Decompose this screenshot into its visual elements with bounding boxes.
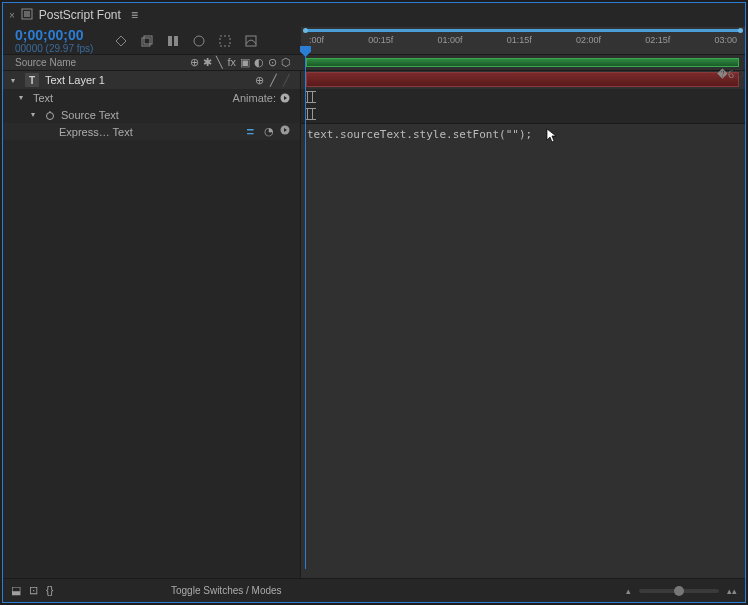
layer-bar-row[interactable] [301,71,745,89]
property-label[interactable]: Source Text [61,109,119,121]
mouse-cursor-icon [546,128,558,144]
playhead[interactable] [305,51,306,569]
timeline-area: text.sourceText.style.setFont(""); [301,71,745,578]
twirl-icon[interactable]: ▾ [11,76,19,85]
graph-editor-icon[interactable] [243,33,259,49]
property-label[interactable]: Express… Text [59,126,133,138]
column-headers: Source Name ⊕✱╲fx▣◐⊙⬡ [3,55,745,71]
svg-point-7 [194,36,204,46]
property-row[interactable]: ▾ Source Text [3,106,300,123]
transfer-controls-icon[interactable]: ⬓ [11,584,21,597]
svg-point-12 [47,112,54,119]
expression-code[interactable]: text.sourceText.style.setFont(""); [307,128,532,141]
ruler-mark: 00:15f [368,35,393,45]
ruler-mark: 01:15f [507,35,532,45]
text-layer-icon: T [25,73,39,87]
svg-rect-1 [24,11,30,17]
ruler-mark: :00f [309,35,324,45]
work-area-bar[interactable] [306,58,739,67]
stopwatch-icon[interactable] [45,110,55,120]
svg-marker-2 [116,36,126,46]
layer-switches[interactable]: ⊕╱╱ [255,74,290,87]
keyframe-ibeam-icon [307,91,313,103]
tab-title[interactable]: PostScript Font [39,8,121,22]
footer-bar: ⬓ ⊡ {} Toggle Switches / Modes ▴ ▴▴ [3,578,745,602]
ruler-mark: 01:00f [437,35,462,45]
zoom-in-icon[interactable]: ▴▴ [727,586,737,596]
twirl-icon[interactable]: ▾ [31,110,39,119]
render-queue-icon[interactable]: ⊡ [29,584,38,597]
expression-graph-icon[interactable]: ◔ [264,125,274,138]
svg-rect-3 [142,38,150,46]
animate-button[interactable]: Animate: [233,92,290,104]
comp-icon [21,8,33,22]
frame-blend-icon[interactable] [191,33,207,49]
draft3d-icon[interactable] [139,33,155,49]
layer-name[interactable]: Text Layer 1 [45,74,105,86]
svg-rect-6 [174,36,178,46]
twirl-icon[interactable]: ▾ [19,93,27,102]
layer-list: ▾ T Text Layer 1 ⊕╱╱ ▾ Text Animate: ▾ S… [3,71,301,578]
zoom-slider[interactable] [639,589,719,593]
layer-duration-bar[interactable] [306,72,739,87]
tab-bar: × PostScript Font ≡ [3,3,745,27]
toggle-switches-button[interactable]: Toggle Switches / Modes [171,585,282,596]
expression-row[interactable]: Express… Text = ◔ [3,123,300,140]
expression-enable-icon[interactable]: = [246,124,254,139]
keyframe-ibeam-icon [307,108,313,120]
ruler-mark: 02:15f [645,35,670,45]
property-label[interactable]: Text [33,92,53,104]
svg-rect-4 [144,36,152,44]
comp-flowchart-icon[interactable] [113,33,129,49]
ruler-mark: 03:00 [714,35,737,45]
panel-menu-icon[interactable]: ≡ [127,8,142,22]
motion-blur-icon[interactable] [217,33,233,49]
svg-rect-8 [220,36,230,46]
layer-row[interactable]: ▾ T Text Layer 1 ⊕╱╱ [3,71,300,89]
svg-rect-9 [246,36,256,46]
timeline-header: 0;00;00;00 00000 (29.97 fps) :00f 00:15f… [3,27,745,55]
brackets-icon[interactable]: {} [46,584,53,597]
zoom-out-icon[interactable]: ▴ [626,586,631,596]
layer-switches-header: ⊕✱╲fx▣◐⊙⬡ [190,56,291,69]
expression-pickwhip-icon[interactable] [280,125,290,135]
time-ruler[interactable]: :00f 00:15f 01:00f 01:15f 02:00f 02:15f … [301,27,745,55]
current-time[interactable]: 0;00;00;00 [15,27,93,43]
property-row[interactable]: ▾ Text Animate: [3,89,300,106]
frame-rate: 00000 (29.97 fps) [15,43,93,54]
tab-close-icon[interactable]: × [9,10,15,21]
comp-marker-icon[interactable]: �େ [717,67,743,81]
shy-icon[interactable] [165,33,181,49]
svg-rect-5 [168,36,172,46]
expression-editor[interactable]: text.sourceText.style.setFont(""); [301,123,745,578]
source-name-header[interactable]: Source Name [15,57,76,68]
ruler-mark: 02:00f [576,35,601,45]
